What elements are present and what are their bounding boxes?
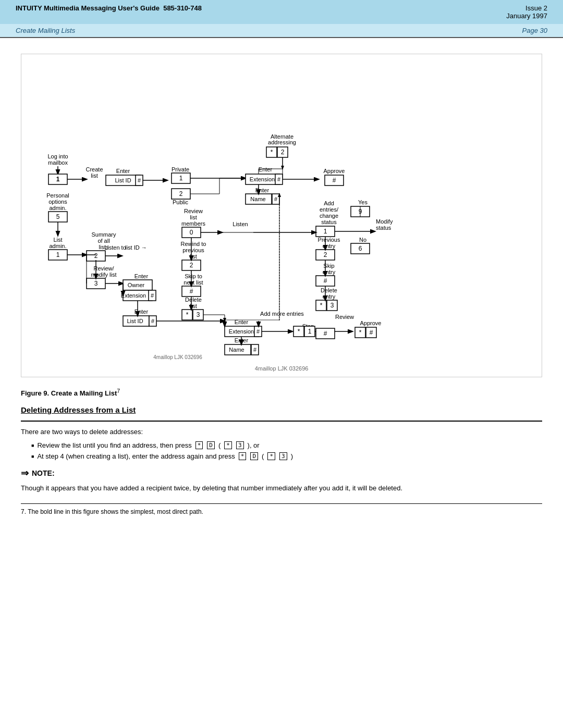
diagram-svg-wrapper: Log into mailbox 1 Create list Enter Lis… <box>27 59 536 363</box>
list-item-2: At step 4 (when creating a list), enter … <box>31 452 542 460</box>
svg-text:list: list <box>91 172 97 179</box>
svg-text:#: # <box>256 328 260 335</box>
watermark-label: 4maillop LJK 032696 <box>27 365 536 372</box>
key-star: * <box>195 441 203 449</box>
svg-text:#: # <box>151 292 154 299</box>
svg-text:1: 1 <box>308 328 312 335</box>
svg-text:Extension: Extension <box>121 292 146 299</box>
svg-text:#: # <box>370 329 373 336</box>
svg-text:Enter: Enter <box>255 187 270 193</box>
svg-text:members: members <box>181 220 205 227</box>
svg-text:1: 1 <box>56 251 60 258</box>
svg-text:Approve: Approve <box>324 168 345 174</box>
svg-text:Review: Review <box>335 314 354 320</box>
svg-text:Summary: Summary <box>91 231 116 238</box>
header-sub-bar: Create Mailing Lists Page 30 <box>0 24 563 38</box>
footer-rule <box>21 503 542 504</box>
svg-text:5: 5 <box>56 213 60 220</box>
note-header: ⇒ NOTE: <box>21 467 542 479</box>
svg-text:Approve: Approve <box>360 320 382 326</box>
svg-text:1: 1 <box>56 176 60 183</box>
note-text: Though it appears that you have added a … <box>21 483 542 493</box>
svg-text:Previous: Previous <box>318 237 340 243</box>
svg-text:Enter: Enter <box>116 168 130 174</box>
svg-text:Private: Private <box>172 166 189 172</box>
svg-text:1: 1 <box>179 175 183 182</box>
bullet-list: Review the list until you find an addres… <box>31 441 542 460</box>
svg-text:#: # <box>333 177 336 184</box>
svg-text:entry: entry <box>323 243 336 249</box>
svg-text:Rewind to: Rewind to <box>181 241 206 247</box>
svg-text:#: # <box>277 176 281 182</box>
svg-text:admin.: admin. <box>49 243 66 249</box>
svg-text:addressing: addressing <box>268 139 296 145</box>
svg-text:Log into: Log into <box>47 153 68 159</box>
svg-text:2: 2 <box>324 251 327 258</box>
svg-text:#: # <box>324 277 327 285</box>
svg-text:Listen to: Listen to <box>104 244 126 251</box>
svg-text:Name: Name <box>250 196 265 202</box>
svg-text:Extension: Extension <box>229 328 254 335</box>
svg-text:entry: entry <box>323 269 336 275</box>
note-icon: ⇒ <box>21 467 29 479</box>
svg-text:next list: next list <box>183 279 203 286</box>
list-item: Review the list until you find an addres… <box>31 441 542 449</box>
svg-text:status: status <box>376 225 391 231</box>
svg-text:*: * <box>271 149 273 156</box>
diagram-container: Log into mailbox 1 Create list Enter Lis… <box>21 54 542 377</box>
svg-text:Delete: Delete <box>185 297 202 303</box>
svg-text:#: # <box>253 347 257 353</box>
svg-text:Add: Add <box>324 200 334 206</box>
svg-text:Name: Name <box>229 347 244 353</box>
header-bar: INTUITY Multimedia Messaging User's Guid… <box>0 0 563 24</box>
svg-text:admin.: admin. <box>49 205 66 211</box>
svg-text:3: 3 <box>94 280 98 287</box>
svg-text:Review: Review <box>184 208 203 214</box>
svg-text:list ID →: list ID → <box>125 244 147 251</box>
svg-text:3: 3 <box>331 302 334 309</box>
svg-text:Listen: Listen <box>232 221 248 227</box>
header-issue: Issue 2 January 1997 <box>506 4 547 20</box>
svg-text:Add more entries: Add more entries <box>260 311 304 317</box>
svg-text:Review/: Review/ <box>93 265 114 272</box>
key-star3: * <box>239 452 247 460</box>
key-3b: 3 <box>279 452 287 460</box>
key-star4: * <box>267 452 275 460</box>
key-d: D <box>207 441 215 449</box>
svg-text:Enter: Enter <box>259 166 273 172</box>
svg-text:options: options <box>48 199 67 205</box>
svg-text:6: 6 <box>359 245 362 252</box>
svg-text:#: # <box>151 318 155 324</box>
svg-text:of all: of all <box>97 238 109 244</box>
svg-text:0: 0 <box>190 229 193 236</box>
section-heading: Deleting Addresses from a List <box>21 405 542 414</box>
svg-text:2: 2 <box>190 262 193 269</box>
svg-text:2: 2 <box>179 190 183 198</box>
footer-note: 7. The bold line in this figure shows th… <box>21 508 542 515</box>
svg-text:Create: Create <box>85 166 103 172</box>
svg-text:#: # <box>138 177 141 183</box>
svg-text:Personal: Personal <box>46 192 69 199</box>
svg-text:Delete: Delete <box>321 287 337 293</box>
svg-text:status: status <box>321 219 337 225</box>
svg-text:Extension: Extension <box>250 176 275 182</box>
svg-text:No: No <box>359 237 366 243</box>
svg-text:2: 2 <box>94 252 98 260</box>
key-3: 3 <box>236 441 244 449</box>
svg-text:entries/: entries/ <box>320 206 339 213</box>
svg-text:*: * <box>320 302 323 309</box>
svg-text:#: # <box>274 196 278 202</box>
svg-text:2: 2 <box>281 149 285 156</box>
svg-text:Public: Public <box>173 199 188 205</box>
header-title: INTUITY Multimedia Messaging User's Guid… <box>16 4 202 12</box>
svg-text:Enter: Enter <box>134 273 149 279</box>
svg-text:previous: previous <box>182 247 204 253</box>
figure-caption: Figure 9. Create a Mailing List7 <box>21 388 542 397</box>
svg-text:*: * <box>298 328 300 335</box>
svg-text:Owner: Owner <box>128 282 145 288</box>
key-star2: * <box>224 441 232 449</box>
svg-text:4maillop LJK 032696: 4maillop LJK 032696 <box>153 354 202 360</box>
svg-text:modify list: modify list <box>91 272 117 278</box>
svg-text:#: # <box>324 330 327 337</box>
svg-text:*: * <box>186 311 189 318</box>
